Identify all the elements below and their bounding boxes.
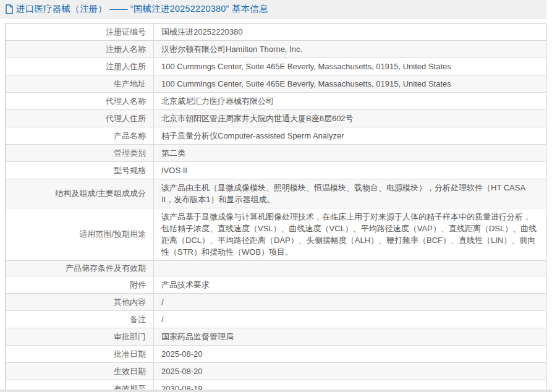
row-label: 备注 [6,311,154,328]
row-label: 产品储存条件及有效期 [6,261,154,276]
table-row: 批准日期2025-08-20 [6,346,546,363]
row-value [154,261,546,276]
table-row: 产品储存条件及有效期 [6,261,546,276]
row-value: IVOS II [154,162,546,179]
table-row: 备注/ [6,311,546,328]
table-row: 生产地址100 Cummings Center, Suite 465E Beve… [6,75,546,93]
row-value: 精子质量分析仪Computer-assisted Sperm Analyzer [154,127,546,144]
row-label: 审批部门 [6,328,154,345]
table-row: 生效日期2025-08-20 [6,363,546,380]
page-header: 进口医疗器械（注册） —— “国械注进20252220380” 基本信息 [0,0,546,19]
row-value: 北京威尼汇力医疗器械有限公司 [154,93,546,109]
table-row: 型号规格IVOS II [6,162,546,179]
table-row: 适用范围/预期用途该产品基于显微成像与计算机图像处理技术，在临床上用于对来源于人… [6,208,546,261]
row-label: 生效日期 [6,363,154,380]
table-row: 注册人住所100 Cummings Center, Suite 465E Bev… [6,58,546,75]
row-value: 国械注进20252220380 [154,23,546,40]
row-label: 代理人住所 [6,110,154,127]
page-title: 进口医疗器械（注册） —— “国械注进20252220380” 基本信息 [16,3,268,15]
row-label: 附件 [6,276,154,293]
row-value: 该产品由主机（显微成像模块、照明模块、恒温模块、载物台、电源模块），分析处理软件… [154,179,546,208]
row-value: 国家药品监督管理局 [154,328,546,345]
table-row: 注册证编号国械注进20252220380 [6,23,546,41]
table-row: 代理人名称北京威尼汇力医疗器械有限公司 [6,93,546,110]
registration-info-table: 注册证编号国械注进20252220380 注册人名称汉密尔顿有限公司Hamilt… [5,23,546,392]
row-label: 管理类别 [6,145,154,161]
row-label: 注册人名称 [6,41,154,58]
row-label: 适用范围/预期用途 [6,208,154,260]
row-label: 其他内容 [6,294,154,310]
table-row: 注册人名称汉密尔顿有限公司Hamilton Thorne, Inc. [6,41,546,58]
row-value: 第二类 [154,145,546,161]
row-label: 代理人名称 [6,93,154,109]
table-row: 其他内容/ [6,294,546,311]
row-label: 产品名称 [6,127,154,144]
table-row: 代理人住所北京市朝阳区管庄周家井大院内世通大厦B座6层602号 [6,110,546,127]
row-value: 100 Cummings Center, Suite 465E Beverly,… [154,58,546,75]
table-row: 产品名称精子质量分析仪Computer-assisted Sperm Analy… [6,127,546,145]
row-value: 汉密尔顿有限公司Hamilton Thorne, Inc. [154,41,546,58]
table-row: 管理类别第二类 [6,145,546,162]
page-footer-strip [0,390,552,392]
row-label: 注册人住所 [6,58,154,75]
row-label: 生产地址 [6,75,154,92]
row-value: 2025-08-20 [154,363,546,380]
row-value: 2025-08-20 [154,346,546,362]
row-value: / [154,311,546,328]
row-value: 产品技术要求 [154,276,546,293]
row-label: 结构及组成/主要组成成分 [6,179,154,208]
document-icon [5,4,14,14]
row-value: 100 Cummings Center, Suite 465E Beverly,… [154,75,546,92]
row-value: 北京市朝阳区管庄周家井大院内世通大厦B座6层602号 [154,110,546,127]
row-label: 注册证编号 [6,23,154,40]
row-label: 批准日期 [6,346,154,362]
row-label: 型号规格 [6,162,154,179]
row-value: / [154,294,546,310]
table-row: 审批部门国家药品监督管理局 [6,328,546,346]
table-row: 附件产品技术要求 [6,276,546,294]
table-row: 结构及组成/主要组成成分该产品由主机（显微成像模块、照明模块、恒温模块、载物台、… [6,179,546,208]
row-value: 该产品基于显微成像与计算机图像处理技术，在临床上用于对来源于人体的精子样本中的质… [154,208,546,260]
